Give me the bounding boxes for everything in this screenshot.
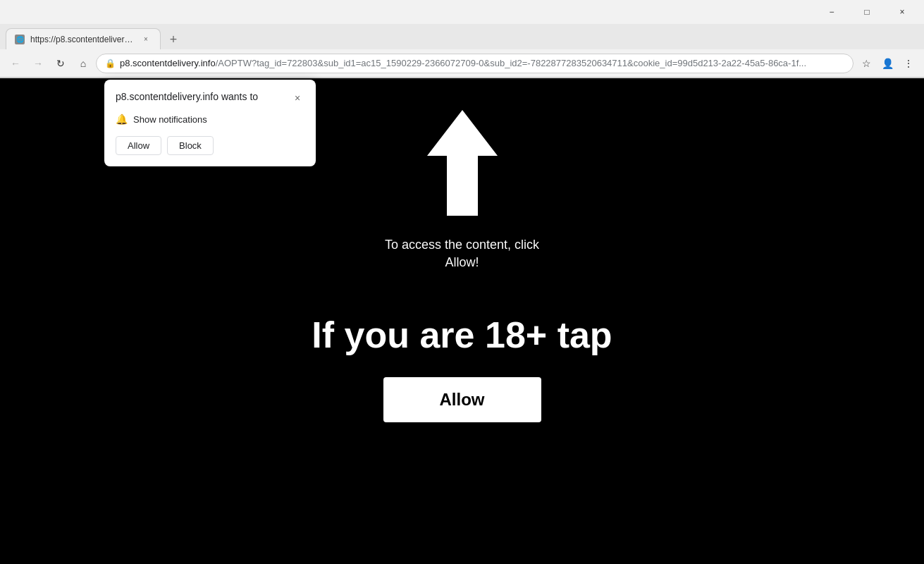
popup-title: p8.scontentdelivery.info wants to (116, 91, 258, 102)
forward-button[interactable]: → (28, 54, 48, 73)
tab-favicon: 🌐 (15, 35, 25, 44)
profile-button[interactable]: 👤 (877, 54, 897, 73)
url-bar[interactable]: 🔒 p8.scontentdelivery.info/AOPTW?tag_id=… (96, 54, 854, 73)
popup-header: p8.scontentdelivery.info wants to × (116, 91, 304, 105)
title-bar: − □ × (0, 0, 924, 24)
arrow-container (420, 106, 505, 222)
bell-icon: 🔔 (116, 114, 128, 125)
minimize-button[interactable]: − (815, 0, 848, 24)
tab-title: https://p8.scontentdelivery.info/ (30, 35, 135, 44)
up-arrow-icon (420, 106, 505, 219)
url-text: p8.scontentdelivery.info/AOPTW?tag_id=72… (120, 58, 844, 68)
close-window-button[interactable]: × (886, 0, 918, 24)
toolbar-actions: ☆ 👤 ⋮ (856, 54, 918, 73)
active-tab[interactable]: 🌐 https://p8.scontentdelivery.info/ × (6, 28, 161, 49)
svg-marker-0 (427, 110, 498, 216)
home-button[interactable]: ⌂ (73, 54, 93, 73)
maximize-button[interactable]: □ (851, 0, 883, 24)
new-tab-button[interactable]: + (164, 30, 183, 49)
back-button[interactable]: ← (6, 54, 25, 73)
tab-bar: 🌐 https://p8.scontentdelivery.info/ × + (0, 24, 924, 49)
popup-permission: 🔔 Show notifications (116, 114, 304, 125)
age-gate-text: If you are 18+ tap (312, 314, 612, 356)
popup-close-button[interactable]: × (290, 91, 304, 105)
popup-block-button[interactable]: Block (167, 136, 214, 155)
reload-button[interactable]: ↻ (51, 54, 70, 73)
url-path: /AOPTW?tag_id=722803&sub_id1=ac15_159022… (216, 58, 806, 68)
popup-actions: Allow Block (116, 136, 304, 155)
instruction-text: To access the content, click Allow! (385, 236, 539, 271)
notification-popup: p8.scontentdelivery.info wants to × 🔔 Sh… (104, 80, 316, 166)
address-bar: ← → ↻ ⌂ 🔒 p8.scontentdelivery.info/AOPTW… (0, 49, 924, 78)
permission-text: Show notifications (133, 114, 207, 125)
tab-close-button[interactable]: × (140, 34, 152, 45)
bookmark-button[interactable]: ☆ (856, 54, 876, 73)
url-domain: p8.scontentdelivery.info (120, 58, 216, 68)
menu-button[interactable]: ⋮ (899, 54, 918, 73)
window-controls: − □ × (815, 0, 918, 24)
lock-icon: 🔒 (105, 59, 116, 68)
allow-button[interactable]: Allow (383, 377, 541, 422)
browser-chrome: − □ × 🌐 https://p8.scontentdelivery.info… (0, 0, 924, 78)
popup-allow-button[interactable]: Allow (116, 136, 161, 155)
